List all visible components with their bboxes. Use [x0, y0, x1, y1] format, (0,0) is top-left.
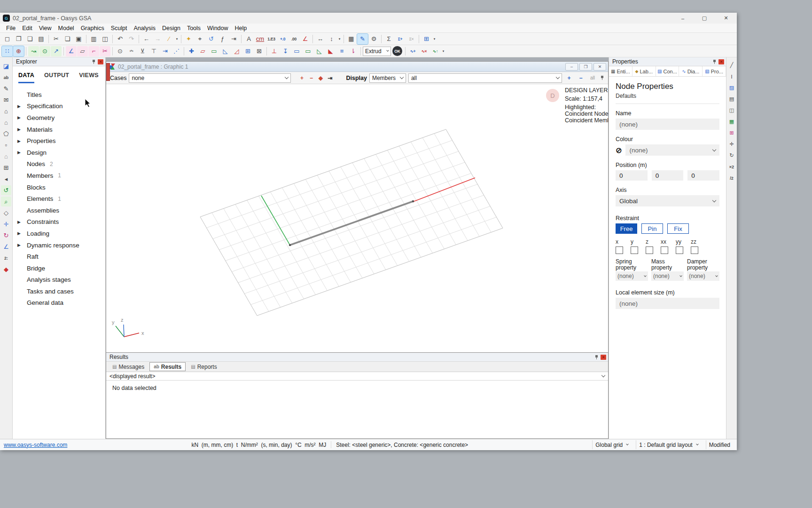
node-load-icon[interactable]: ▭	[291, 46, 302, 56]
units-icon[interactable]: cm	[255, 34, 265, 44]
window-maximize-button[interactable]: ▢	[694, 13, 715, 24]
tab-views[interactable]: VIEWS	[79, 72, 99, 83]
go-forward-icon[interactable]: →	[152, 34, 163, 44]
checkbox-x[interactable]	[616, 246, 623, 254]
extrude-mode-combo[interactable]: Extrud	[363, 47, 391, 56]
label-supports-icon[interactable]: ⊻	[137, 46, 148, 56]
orbit-tool-icon[interactable]: ↻	[727, 151, 736, 160]
grid-plane-icon[interactable]: ▱	[77, 46, 88, 56]
menu-window[interactable]: Window	[204, 25, 231, 32]
pin-icon[interactable]	[712, 59, 717, 64]
label-align-icon[interactable]: ⇥	[160, 46, 171, 56]
shrink-vertical-icon[interactable]: ↕	[326, 34, 337, 44]
open-model-icon[interactable]: ❏	[24, 34, 35, 44]
sweep-icon[interactable]: ∕	[164, 34, 174, 44]
tree-item-analysis-stages[interactable]: Analysis stages	[13, 274, 105, 286]
scale-double-icon[interactable]: ×2	[727, 162, 736, 171]
paste-icon[interactable]: ▣	[73, 34, 84, 44]
collapse-panel-icon[interactable]: ◂	[1, 174, 11, 184]
spring-property-select[interactable]: (none)	[616, 271, 648, 281]
ok-button[interactable]: OK	[392, 46, 402, 56]
grid-select[interactable]: Global grid	[592, 440, 631, 449]
scale-half-icon[interactable]: /2	[727, 174, 736, 183]
support-icon[interactable]: ⊥	[269, 46, 280, 56]
polygon-tool-icon[interactable]: ⬠	[1, 129, 11, 139]
menu-design[interactable]: Design	[159, 25, 184, 32]
tab-output[interactable]: OUTPUT	[44, 72, 69, 83]
polyline-extrude-icon[interactable]: ∿↑	[430, 46, 441, 56]
dimension-tool-icon[interactable]: 2:	[1, 253, 11, 263]
save-icon[interactable]: ▤	[36, 34, 47, 44]
beam-load-icon[interactable]: ◺	[314, 46, 325, 56]
tree-item-titles[interactable]: Titles	[13, 89, 105, 101]
grid-layout-select[interactable]: 1 : Default grid layout	[636, 440, 701, 449]
function-icon[interactable]: ƒ	[217, 34, 228, 44]
undo-icon[interactable]: ↶	[115, 34, 125, 44]
redo-icon[interactable]: ↷	[126, 34, 137, 44]
titles-module-icon[interactable]: ⌂	[1, 106, 11, 116]
rotate-tool-icon[interactable]: ↻	[1, 230, 11, 240]
window-minimize-button[interactable]: –	[672, 13, 694, 24]
tab-messages[interactable]: ▤Messages	[109, 362, 148, 371]
pencil-tool-icon[interactable]: ✎	[1, 84, 11, 94]
properties-tab-pro[interactable]: ▧Pro...	[703, 66, 726, 76]
polyline-trim-icon[interactable]: ✂	[100, 46, 110, 56]
menu-tools[interactable]: Tools	[184, 25, 204, 32]
case-button-2[interactable]: ◆	[316, 75, 325, 81]
sculpt-arc-icon[interactable]: ↝	[28, 46, 39, 56]
tree-item-dynamic-response[interactable]: ▶Dynamic response	[13, 239, 105, 251]
section-view-icon[interactable]: Ι	[727, 72, 736, 81]
menu-graphics[interactable]: Graphics	[78, 25, 108, 32]
label-nodes-icon[interactable]: ⊙	[115, 46, 125, 56]
grid-view-icon[interactable]: ⊞	[727, 128, 736, 137]
menu-analysis[interactable]: Analysis	[130, 25, 159, 32]
local-element-size-field[interactable]: (none)	[616, 298, 719, 309]
contour-view-icon[interactable]: ▦	[727, 117, 736, 126]
open-file-icon[interactable]: ❐	[13, 34, 24, 44]
grid-tool-icon[interactable]: ⊞	[1, 163, 11, 173]
view-pin-icon[interactable]	[600, 75, 604, 80]
menu-view[interactable]: View	[36, 25, 55, 32]
sweep-dropdown-icon[interactable]: ▾	[175, 37, 179, 41]
node-marker[interactable]	[412, 200, 414, 202]
add-node-icon[interactable]: ⊕	[13, 46, 24, 56]
data-wizard-icon[interactable]: ✦	[183, 34, 194, 44]
create-member-icon[interactable]: ▭	[209, 46, 219, 56]
view-remove-button[interactable]: −	[576, 75, 586, 81]
join-elements-icon[interactable]: ⊞	[242, 46, 253, 56]
view-add-button[interactable]: +	[564, 75, 574, 81]
properties-tab-enti[interactable]: ▦Enti...	[609, 66, 632, 76]
goto-line-icon[interactable]: ⇥	[228, 34, 239, 44]
cases-select[interactable]: none	[129, 73, 291, 83]
properties-tab-lab[interactable]: ⬥Lab...	[632, 66, 656, 76]
tree-item-blocks[interactable]: Blocks	[13, 182, 105, 193]
sum-delete-icon[interactable]: Σ×	[406, 34, 417, 44]
tree-item-assemblies[interactable]: Assemblies	[13, 205, 105, 216]
grid-step-icon[interactable]: ⌐	[88, 46, 99, 56]
entity-filter-select[interactable]: all	[408, 73, 562, 83]
properties-tab-con[interactable]: ▨Con...	[656, 66, 679, 76]
window-close-button[interactable]: ✕	[715, 13, 737, 24]
angle-tool-icon[interactable]: ∠	[1, 242, 11, 252]
tree-item-tasks-and-cases[interactable]: Tasks and cases	[13, 286, 105, 297]
restraint-pin-button[interactable]: Pin	[641, 223, 663, 234]
properties-tab-dia[interactable]: ∿Dia...	[679, 66, 703, 76]
position-x-field[interactable]: 0	[616, 170, 648, 181]
new-chart-dropdown-icon[interactable]: ▾	[432, 37, 437, 41]
font-icon[interactable]: A	[243, 34, 254, 44]
tree-item-design[interactable]: ▶Design	[13, 147, 105, 159]
tree-item-nodes[interactable]: Nodes2	[13, 159, 105, 170]
member-right-column[interactable]	[414, 178, 475, 201]
reset-view-icon[interactable]: ↺	[1, 185, 11, 195]
tree-item-properties[interactable]: ▶Properties	[13, 135, 105, 147]
create-element-icon[interactable]: ▱	[197, 46, 208, 56]
sum-icon[interactable]: Σ	[383, 34, 394, 44]
sculpt-spline-icon[interactable]: ↗	[51, 46, 62, 56]
print-preview-icon[interactable]: ◫	[100, 34, 110, 44]
tree-item-elements[interactable]: Elements1	[13, 193, 105, 205]
settlement-icon[interactable]: ↧	[280, 46, 291, 56]
checkbox-y[interactable]	[631, 246, 638, 254]
tree-item-bridge[interactable]: Bridge	[13, 262, 105, 274]
close-icon[interactable]: ✕	[98, 59, 103, 64]
view-all-button[interactable]: all	[588, 75, 597, 80]
